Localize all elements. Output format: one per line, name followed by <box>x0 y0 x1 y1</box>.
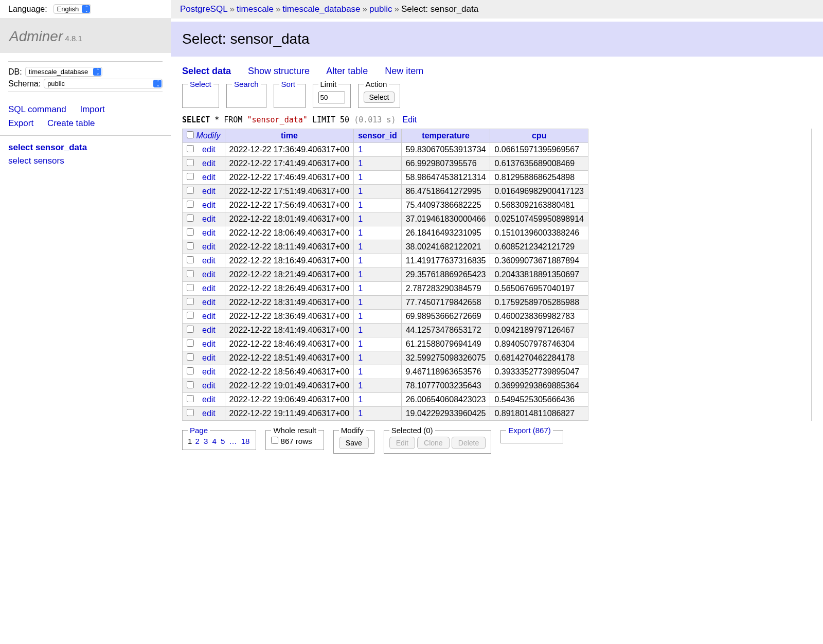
edit-row-link[interactable]: edit <box>202 284 216 293</box>
tab-alter-table[interactable]: Alter table <box>326 66 368 76</box>
breadcrumb-link[interactable]: timescale_database <box>282 4 360 14</box>
cell-sensor-id-link[interactable]: 1 <box>358 298 363 307</box>
edit-query-link[interactable]: Edit <box>402 115 417 124</box>
row-checkbox[interactable] <box>187 187 194 194</box>
page-link[interactable]: 18 <box>241 437 250 445</box>
tab-show-structure[interactable]: Show structure <box>248 66 310 76</box>
edit-row-link[interactable]: edit <box>202 173 216 182</box>
page-link[interactable]: 4 <box>212 437 217 445</box>
row-checkbox[interactable] <box>187 145 194 152</box>
edit-row-link[interactable]: edit <box>202 159 216 168</box>
row-checkbox[interactable] <box>187 312 194 319</box>
page-link[interactable]: 2 <box>195 437 200 445</box>
cell-sensor-id-link[interactable]: 1 <box>358 201 363 209</box>
cell-sensor-id-link[interactable]: 1 <box>358 312 363 320</box>
page-link[interactable]: … <box>229 437 237 445</box>
edit-row-link[interactable]: edit <box>202 326 216 334</box>
table-select-link[interactable]: select <box>8 142 33 152</box>
page-link[interactable]: 3 <box>204 437 208 445</box>
edit-row-link[interactable]: edit <box>202 367 216 376</box>
col-modify[interactable]: Modify <box>196 131 220 140</box>
page-link[interactable]: 5 <box>221 437 225 445</box>
cell-sensor-id-link[interactable]: 1 <box>358 326 363 334</box>
breadcrumb-link[interactable]: timescale <box>237 4 274 14</box>
schema-select[interactable]: public <box>44 79 163 88</box>
language-select[interactable]: English <box>53 4 91 14</box>
export-link[interactable]: Export <box>8 118 33 128</box>
import-link[interactable]: Import <box>80 104 104 114</box>
edit-row-link[interactable]: edit <box>202 395 216 404</box>
row-checkbox[interactable] <box>187 159 194 166</box>
row-checkbox[interactable] <box>187 409 194 416</box>
edit-row-link[interactable]: edit <box>202 256 216 265</box>
edit-row-link[interactable]: edit <box>202 187 216 195</box>
row-checkbox[interactable] <box>187 353 194 361</box>
legend-page[interactable]: Page <box>190 426 208 435</box>
table-name-link[interactable]: sensor_data <box>35 142 87 152</box>
db-select[interactable]: timescale_database <box>25 67 102 77</box>
tab-new-item[interactable]: New item <box>385 66 423 76</box>
legend-export[interactable]: Export (867) <box>508 426 551 435</box>
cell-sensor-id-link[interactable]: 1 <box>358 395 363 404</box>
edit-row-link[interactable]: edit <box>202 312 216 320</box>
edit-row-link[interactable]: edit <box>202 242 216 251</box>
save-button[interactable]: Save <box>339 437 369 449</box>
row-checkbox[interactable] <box>187 256 194 263</box>
fieldset-sort[interactable]: Sort <box>274 80 306 108</box>
tab-select-data[interactable]: Select data <box>182 66 231 76</box>
cell-sensor-id-link[interactable]: 1 <box>358 145 363 154</box>
cell-sensor-id-link[interactable]: 1 <box>358 159 363 168</box>
cell-sensor-id-link[interactable]: 1 <box>358 339 363 348</box>
row-checkbox[interactable] <box>187 339 194 347</box>
cell-sensor-id-link[interactable]: 1 <box>358 284 363 293</box>
row-checkbox[interactable] <box>187 242 194 249</box>
row-checkbox[interactable] <box>187 201 194 208</box>
whole-result-checkbox[interactable] <box>271 437 278 444</box>
row-checkbox[interactable] <box>187 381 194 388</box>
sql-command-link[interactable]: SQL command <box>8 104 66 114</box>
row-checkbox[interactable] <box>187 284 194 291</box>
row-checkbox[interactable] <box>187 395 194 402</box>
select-all-checkbox[interactable] <box>187 131 194 138</box>
row-checkbox[interactable] <box>187 173 194 180</box>
edit-row-link[interactable]: edit <box>202 298 216 307</box>
cell-sensor-id-link[interactable]: 1 <box>358 173 363 182</box>
breadcrumb-link[interactable]: public <box>369 4 392 14</box>
cell-sensor-id-link[interactable]: 1 <box>358 187 363 195</box>
table-select-link[interactable]: select <box>8 156 31 166</box>
row-checkbox[interactable] <box>187 228 194 236</box>
legend-search[interactable]: Search <box>232 80 261 88</box>
delete-selected-button[interactable]: Delete <box>452 437 486 449</box>
cell-sensor-id-link[interactable]: 1 <box>358 214 363 223</box>
cell-sensor-id-link[interactable]: 1 <box>358 242 363 251</box>
edit-row-link[interactable]: edit <box>202 201 216 209</box>
edit-row-link[interactable]: edit <box>202 214 216 223</box>
cell-sensor-id-link[interactable]: 1 <box>358 256 363 265</box>
row-checkbox[interactable] <box>187 326 194 333</box>
legend-select[interactable]: Select <box>188 80 213 88</box>
edit-row-link[interactable]: edit <box>202 145 216 154</box>
col-temperature[interactable]: temperature <box>422 131 469 140</box>
cell-sensor-id-link[interactable]: 1 <box>358 353 363 362</box>
col-cpu[interactable]: cpu <box>532 131 546 140</box>
edit-row-link[interactable]: edit <box>202 228 216 237</box>
fieldset-select[interactable]: Select <box>182 80 219 108</box>
action-select-button[interactable]: Select <box>364 92 395 103</box>
breadcrumb-link[interactable]: PostgreSQL <box>180 4 228 14</box>
create-table-link[interactable]: Create table <box>47 118 95 128</box>
edit-row-link[interactable]: edit <box>202 409 216 418</box>
edit-row-link[interactable]: edit <box>202 353 216 362</box>
row-checkbox[interactable] <box>187 298 194 305</box>
row-checkbox[interactable] <box>187 270 194 277</box>
edit-row-link[interactable]: edit <box>202 381 216 390</box>
legend-sort[interactable]: Sort <box>279 80 298 88</box>
edit-row-link[interactable]: edit <box>202 270 216 279</box>
edit-selected-button[interactable]: Edit <box>389 437 415 449</box>
cell-sensor-id-link[interactable]: 1 <box>358 367 363 376</box>
cell-sensor-id-link[interactable]: 1 <box>358 409 363 418</box>
row-checkbox[interactable] <box>187 367 194 374</box>
cell-sensor-id-link[interactable]: 1 <box>358 270 363 279</box>
col-time[interactable]: time <box>281 131 298 140</box>
edit-row-link[interactable]: edit <box>202 339 216 348</box>
limit-input[interactable] <box>318 92 345 103</box>
